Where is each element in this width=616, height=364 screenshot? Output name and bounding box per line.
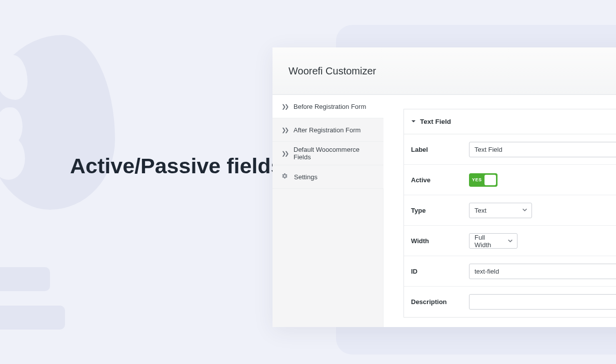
headline-text: Active/Passive fields. [70,150,288,182]
sidebar-item-before-registration[interactable]: ❯❯ Before Registration Form [272,95,384,118]
chevrons-icon: ❯❯ [282,127,288,133]
description-input[interactable] [469,294,616,310]
background-leaf-shape [0,35,115,210]
row-description: Description [404,287,616,317]
chevron-down-icon [411,119,416,125]
chevron-down-icon [522,207,528,214]
sidebar-item-settings[interactable]: Settings [272,165,384,189]
row-active: Active YES [404,165,616,195]
row-width: Width Full Width [404,226,616,256]
field-label: Type [411,207,469,214]
toggle-text: YES [472,177,482,182]
type-select[interactable]: Text [469,203,532,218]
chevron-down-icon [508,237,513,245]
field-label: Label [411,146,469,153]
active-toggle[interactable]: YES [469,173,498,187]
sidebar: ❯❯ Before Registration Form ❯❯ After Reg… [272,95,384,327]
field-label: Width [411,237,469,245]
panel-title: Text Field [420,118,451,125]
content-pane: Text Field Label Active YES [384,95,616,327]
window-body: ❯❯ Before Registration Form ❯❯ After Reg… [272,95,616,327]
field-panel: Text Field Label Active YES [404,109,616,318]
sidebar-item-label: After Registration Form [294,126,360,134]
width-select[interactable]: Full Width [469,233,518,249]
row-id: ID [404,256,616,287]
label-input[interactable] [469,142,616,157]
field-label: ID [411,268,469,275]
select-value: Full Width [474,234,503,249]
page-headline: Active/Passive fields. [70,150,288,182]
sidebar-item-label: Settings [294,173,318,181]
id-input[interactable] [469,264,616,279]
background-bar-1 [0,267,50,291]
chevrons-icon: ❯❯ [282,150,288,157]
row-type: Type Text [404,195,616,226]
chevrons-icon: ❯❯ [282,103,288,110]
customizer-window: Woorefi Customizer ❯❯ Before Registratio… [272,47,616,327]
field-label: Description [411,298,469,306]
sidebar-item-label: Default Woocommerce Fields [294,146,374,161]
toggle-knob [484,175,496,185]
gear-icon [282,173,288,181]
sidebar-item-label: Before Registration Form [294,103,366,110]
window-titlebar: Woorefi Customizer [272,47,616,95]
panel-header[interactable]: Text Field [404,109,616,134]
window-title: Woorefi Customizer [288,65,376,77]
select-value: Text [474,207,486,214]
field-label: Active [411,176,469,184]
sidebar-item-after-registration[interactable]: ❯❯ After Registration Form [272,118,384,142]
row-label: Label [404,134,616,165]
sidebar-filler [272,189,384,327]
background-bar-2 [0,306,65,330]
sidebar-item-default-woocommerce[interactable]: ❯❯ Default Woocommerce Fields [272,142,384,165]
